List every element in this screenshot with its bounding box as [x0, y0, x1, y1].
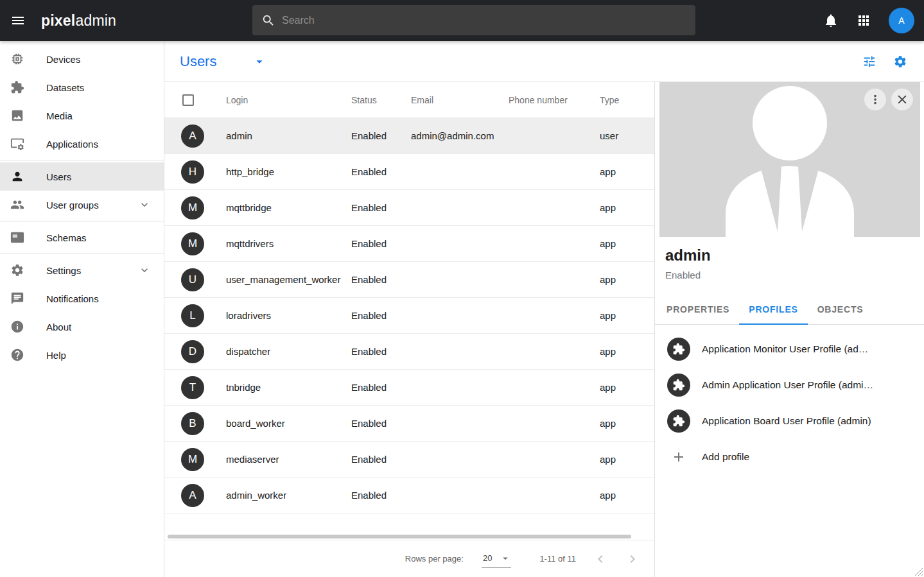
sidebar-item-applications[interactable]: Applications [0, 130, 164, 158]
tab-profiles[interactable]: PROFILES [739, 294, 807, 324]
dropdown-caret-icon [252, 55, 266, 69]
close-panel-button[interactable] [891, 89, 913, 110]
chevron-down-icon [138, 198, 151, 211]
next-page-icon[interactable] [625, 551, 640, 567]
sidebar-item-settings[interactable]: Settings [0, 256, 164, 284]
detail-user-title: admin [665, 246, 924, 264]
profile-list-item[interactable]: Admin Application User Profile (admi… [655, 367, 924, 403]
sidebar-item-media[interactable]: Media [0, 101, 164, 130]
user-detail-panel: admin Enabled PROPERTIESPROFILESOBJECTS … [655, 82, 924, 577]
table-row[interactable]: M mqttbridge Enabled app [164, 190, 654, 226]
table-row[interactable]: H http_bridge Enabled app [164, 154, 654, 190]
row-avatar: A [181, 125, 204, 148]
row-avatar: U [181, 268, 204, 291]
sidebar-item-help[interactable]: Help [0, 341, 164, 369]
column-header-phone: Phone number [509, 95, 600, 105]
tab-properties[interactable]: PROPERTIES [657, 294, 739, 324]
row-avatar: D [181, 340, 204, 363]
filter-tune-icon[interactable] [862, 55, 876, 69]
puzzle-icon [667, 374, 690, 397]
detail-user-status: Enabled [665, 270, 924, 280]
people-icon [10, 198, 24, 212]
row-avatar: M [181, 196, 204, 220]
users-table-pane: Login Status Email Phone number Type A a… [164, 82, 655, 577]
plus-icon [667, 445, 690, 469]
table-header-row: Login Status Email Phone number Type [164, 82, 654, 118]
sidebar-item-schemas[interactable]: Schemas [0, 223, 164, 252]
page-title: Users [180, 53, 216, 70]
image-icon [10, 108, 24, 123]
table-row[interactable]: L loradrivers Enabled app [164, 298, 654, 334]
kebab-menu-icon [868, 92, 882, 107]
table-row[interactable]: M mediaserver Enabled app [164, 442, 654, 478]
column-header-login: Login [226, 95, 351, 105]
more-options-button[interactable] [864, 89, 886, 110]
schema-card-icon [10, 230, 24, 245]
info-icon [10, 320, 24, 334]
help-icon [10, 348, 24, 362]
close-icon [895, 92, 909, 107]
horizontal-scrollbar[interactable] [168, 535, 631, 538]
table-row[interactable]: A admin_worker Enabled app [164, 478, 654, 513]
table-row[interactable]: T tnbridge Enabled app [164, 370, 654, 406]
top-app-bar: pixeladmin A [0, 0, 924, 41]
search-bar[interactable] [252, 5, 695, 35]
select-all-checkbox[interactable] [182, 94, 194, 106]
resize-grip[interactable] [914, 567, 923, 576]
sidebar-item-notifications[interactable]: Notifications [0, 284, 164, 313]
app-window-icon [10, 137, 24, 151]
add-profile-button[interactable]: Add profile [655, 439, 924, 475]
apps-grid-icon[interactable] [856, 13, 871, 28]
profile-list-item[interactable]: Application Monitor User Profile (ad… [655, 331, 924, 367]
dropdown-caret-icon [500, 553, 511, 564]
column-header-status: Status [351, 95, 411, 105]
pagination-range: 1-11 of 11 [539, 554, 576, 564]
sidebar-divider [0, 221, 164, 221]
profile-photo-placeholder [659, 82, 920, 237]
sidebar-item-devices[interactable]: Devices [0, 45, 164, 73]
row-avatar: B [181, 412, 204, 435]
row-avatar: M [181, 448, 204, 471]
sidebar-item-users[interactable]: Users [0, 162, 164, 191]
column-header-email: Email [411, 95, 509, 105]
table-row[interactable]: B board_worker Enabled app [164, 406, 654, 442]
detail-tabs: PROPERTIESPROFILESOBJECTS [655, 294, 924, 325]
sidebar-item-datasets[interactable]: Datasets [0, 73, 164, 101]
chevron-down-icon [138, 264, 151, 277]
user-avatar[interactable]: A [889, 8, 914, 33]
table-row[interactable]: A admin Enabled admin@admin.com user [164, 118, 654, 154]
search-icon [261, 13, 275, 28]
pagination-bar: Rows per page: 20 1-11 of 11 [164, 540, 654, 577]
sidebar-item-about[interactable]: About [0, 313, 164, 341]
puzzle-icon [10, 80, 24, 94]
row-avatar: L [181, 304, 204, 327]
profile-list-item[interactable]: Application Board User Profile (admin) [655, 403, 924, 439]
chat-icon [10, 291, 24, 306]
settings-gear-icon[interactable] [893, 55, 907, 69]
chip-icon [10, 52, 24, 66]
profiles-list: Application Monitor User Profile (ad… Ad… [655, 325, 924, 475]
puzzle-icon [667, 338, 690, 361]
sidebar-divider [0, 254, 164, 254]
menu-icon[interactable] [10, 13, 26, 28]
sidebar-divider [0, 160, 164, 160]
puzzle-icon [667, 409, 690, 433]
notifications-bell-icon[interactable] [823, 13, 839, 28]
row-avatar: M [181, 232, 204, 255]
table-row[interactable]: M mqttdrivers Enabled app [164, 226, 654, 262]
table-row[interactable]: D dispatcher Enabled app [164, 334, 654, 370]
app-logo: pixeladmin [41, 12, 116, 30]
table-row[interactable]: U user_management_worker Enabled app [164, 262, 654, 298]
sidebar-nav: Devices Datasets Media Applications User… [0, 41, 164, 577]
search-input[interactable] [282, 15, 686, 26]
column-header-type: Type [600, 95, 654, 105]
sidebar-item-user-groups[interactable]: User groups [0, 191, 164, 219]
row-avatar: A [181, 484, 204, 507]
rows-per-page-select[interactable]: 20 [482, 550, 511, 568]
entity-selector[interactable]: Users [180, 53, 266, 70]
tab-objects[interactable]: OBJECTS [808, 294, 873, 324]
gear-icon [10, 263, 24, 277]
row-avatar: T [181, 376, 204, 399]
content-header: Users [164, 41, 924, 82]
previous-page-icon[interactable] [593, 551, 608, 567]
